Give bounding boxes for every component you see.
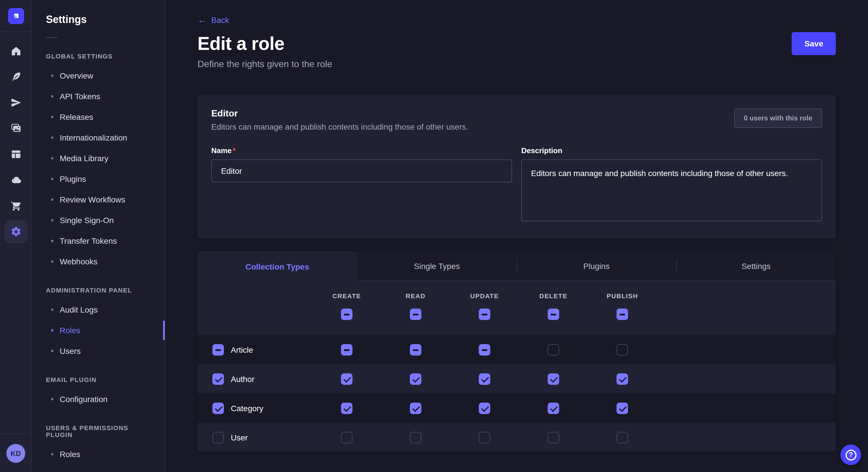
- user-create-checkbox[interactable]: [341, 432, 352, 443]
- cloud-icon[interactable]: [4, 169, 27, 192]
- user-delete-checkbox[interactable]: [548, 432, 559, 443]
- user-update-checkbox[interactable]: [479, 432, 490, 443]
- users-with-role-badge[interactable]: 0 users with this role: [734, 108, 822, 128]
- row-checkbox-author[interactable]: [212, 373, 224, 384]
- name-field-group: Name*: [211, 146, 512, 224]
- role-description-text: Editors can manage and publish contents …: [211, 122, 822, 131]
- subnav-item-audit-logs[interactable]: Audit Logs: [32, 299, 165, 320]
- subnav-item-media-library[interactable]: Media Library: [32, 148, 165, 169]
- subnav-item-overview[interactable]: Overview: [32, 65, 165, 86]
- permissions-tabs: Collection Types Single Types Plugins Se…: [197, 251, 836, 281]
- permissions-header: CREATE READ UPDATE DELETE PUBLISH: [197, 281, 836, 335]
- description-textarea[interactable]: Editors can manage and publish contents …: [521, 160, 822, 222]
- row-checkbox-category[interactable]: [212, 402, 224, 414]
- category-publish-checkbox[interactable]: [617, 402, 628, 414]
- settings-gear-icon[interactable]: [4, 220, 27, 243]
- tab-plugins[interactable]: Plugins: [517, 251, 676, 281]
- category-read-checkbox[interactable]: [410, 402, 422, 414]
- subnav-item-up-providers[interactable]: Providers: [32, 465, 165, 472]
- subnav-item-internationalization[interactable]: Internationalization: [32, 127, 165, 148]
- back-link[interactable]: ← Back: [197, 15, 229, 25]
- subnav-item-admin-users[interactable]: Users: [32, 341, 165, 361]
- tab-label: Collection Types: [245, 262, 309, 271]
- row-checkbox-user[interactable]: [212, 432, 224, 443]
- subnav-item-label: Webhooks: [60, 257, 98, 266]
- tab-settings[interactable]: Settings: [676, 251, 836, 281]
- releases-send-icon[interactable]: [4, 91, 27, 114]
- row-label: Category: [231, 403, 264, 413]
- content-type-builder-layout-icon[interactable]: [4, 143, 27, 166]
- subnav-item-transfer-tokens[interactable]: Transfer Tokens: [32, 231, 165, 251]
- author-update-checkbox[interactable]: [479, 373, 490, 384]
- column-header-update: UPDATE: [450, 293, 519, 299]
- tab-single-types[interactable]: Single Types: [357, 251, 517, 281]
- subnav-item-api-tokens[interactable]: API Tokens: [32, 86, 165, 107]
- subnav-item-label: Releases: [60, 112, 93, 122]
- user-read-checkbox[interactable]: [410, 432, 422, 443]
- subnav-item-releases[interactable]: Releases: [32, 107, 165, 127]
- master-update-cell: [450, 308, 519, 320]
- content-manager-feather-icon[interactable]: [4, 65, 27, 88]
- row-label: User: [231, 433, 248, 442]
- main-content: ← Back Edit a role Save Define the right…: [165, 0, 868, 472]
- help-button[interactable]: ?: [840, 444, 861, 465]
- author-create-checkbox[interactable]: [341, 373, 352, 384]
- subnav-item-label: Transfer Tokens: [60, 236, 117, 245]
- subnav-item-webhooks[interactable]: Webhooks: [32, 251, 165, 272]
- article-delete-checkbox[interactable]: [548, 344, 559, 355]
- category-update-checkbox[interactable]: [479, 402, 490, 414]
- master-checkbox-delete[interactable]: [548, 308, 559, 320]
- subnav-item-email-configuration[interactable]: Configuration: [32, 389, 165, 409]
- row-checkbox-article[interactable]: [212, 344, 224, 355]
- user-avatar[interactable]: KD: [6, 444, 25, 463]
- column-header-delete: DELETE: [519, 293, 588, 299]
- bullet-icon: [51, 74, 53, 77]
- author-read-checkbox[interactable]: [410, 373, 422, 384]
- subnav-item-label: API Tokens: [60, 92, 100, 101]
- article-publish-checkbox[interactable]: [617, 344, 628, 355]
- master-checkbox-update[interactable]: [479, 308, 490, 320]
- section-administration-panel: ADMINISTRATION PANEL Audit Logs Roles Us…: [32, 287, 165, 361]
- article-read-checkbox[interactable]: [410, 344, 422, 355]
- article-update-checkbox[interactable]: [479, 344, 490, 355]
- category-delete-checkbox[interactable]: [548, 402, 559, 414]
- subnav-item-single-sign-on[interactable]: Single Sign-On: [32, 210, 165, 231]
- subnav-item-review-workflows[interactable]: Review Workflows: [32, 189, 165, 210]
- name-input[interactable]: [211, 160, 512, 182]
- user-publish-checkbox[interactable]: [617, 432, 628, 443]
- subnav-item-label: Roles: [60, 326, 81, 335]
- marketplace-cart-icon[interactable]: [4, 194, 27, 217]
- bullet-icon: [51, 329, 53, 332]
- section-heading: ADMINISTRATION PANEL: [32, 287, 165, 294]
- master-checkbox-create[interactable]: [341, 308, 352, 320]
- row-name-cell: Author: [197, 373, 312, 384]
- master-checkbox-publish[interactable]: [617, 308, 628, 320]
- tab-collection-types[interactable]: Collection Types: [197, 251, 357, 281]
- subnav-item-label: Audit Logs: [60, 305, 98, 314]
- home-icon[interactable]: [4, 40, 27, 63]
- row-name-cell: User: [197, 432, 312, 443]
- subnav-item-up-roles[interactable]: Roles: [32, 444, 165, 465]
- rail-footer: KD: [0, 434, 32, 472]
- master-publish-cell: [588, 308, 657, 320]
- section-email-plugin: EMAIL PLUGIN Configuration: [32, 376, 165, 409]
- subnav-item-plugins[interactable]: Plugins: [32, 169, 165, 189]
- table-row-author: Author: [197, 364, 836, 394]
- subnav-title: Settings: [32, 0, 165, 26]
- master-checkbox-read[interactable]: [410, 308, 422, 320]
- author-publish-checkbox[interactable]: [617, 373, 628, 384]
- role-fields: Name* Description Editors can manage and…: [211, 146, 822, 224]
- bullet-icon: [51, 453, 53, 456]
- author-delete-checkbox[interactable]: [548, 373, 559, 384]
- subnav-item-label: Roles: [60, 450, 81, 459]
- media-library-images-icon[interactable]: [4, 117, 27, 140]
- article-create-checkbox[interactable]: [341, 344, 352, 355]
- description-field-label: Description: [521, 146, 822, 155]
- category-create-checkbox[interactable]: [341, 402, 352, 414]
- subnav-item-label: Plugins: [60, 174, 86, 183]
- save-button[interactable]: Save: [792, 32, 836, 55]
- subnav-item-admin-roles[interactable]: Roles: [32, 320, 165, 341]
- strapi-logo[interactable]: [8, 8, 24, 24]
- section-heading: EMAIL PLUGIN: [32, 376, 165, 383]
- bullet-icon: [51, 398, 53, 400]
